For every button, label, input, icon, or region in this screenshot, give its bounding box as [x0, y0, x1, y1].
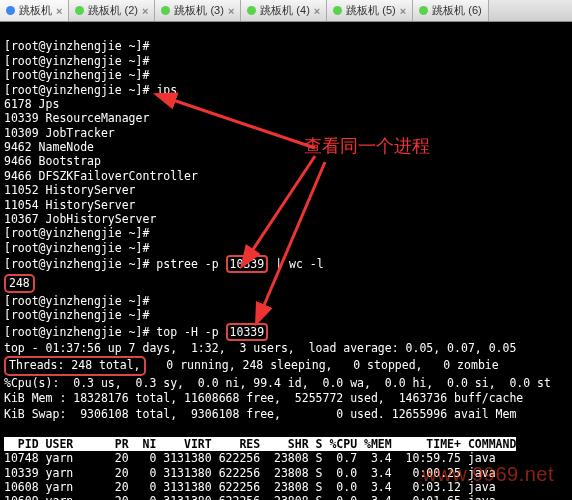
top-threads-rest: 0 running, 248 sleeping, 0 stopped, 0 zo…: [146, 358, 499, 372]
shell-prompt: [root@yinzhengjie ~]#: [4, 257, 149, 271]
close-icon[interactable]: ×: [56, 5, 62, 17]
tab-label: 跳板机 (2): [88, 3, 138, 18]
jps-line: 10309 JobTracker: [4, 126, 115, 140]
jps-line: 11054 HistoryServer: [4, 198, 136, 212]
tab-2[interactable]: 跳板机 (2) ×: [69, 0, 155, 21]
tab-label: 跳板机 (5): [346, 3, 396, 18]
status-dot-icon: [75, 6, 84, 15]
cmd-pstree-rest: | wc -l: [268, 257, 323, 271]
tab-label: 跳板机 (6): [432, 3, 482, 18]
shell-prompt: [root@yinzhengjie ~]#: [4, 68, 149, 82]
shell-prompt: [root@yinzhengjie ~]#: [4, 294, 149, 308]
top-swap: KiB Swap: 9306108 total, 9306108 free, 0…: [4, 407, 516, 421]
close-icon[interactable]: ×: [228, 5, 234, 17]
cmd-top: top -H -p: [156, 325, 225, 339]
cmd-jps: jps: [156, 83, 177, 97]
tab-1[interactable]: 跳板机 ×: [0, 0, 69, 21]
tab-bar: 跳板机 × 跳板机 (2) × 跳板机 (3) × 跳板机 (4) × 跳板机 …: [0, 0, 572, 22]
cmd-pstree: pstree -p: [156, 257, 225, 271]
top-table-header: PID USER PR NI VIRT RES SHR S %CPU %MEM …: [4, 437, 516, 451]
tab-label: 跳板机: [19, 3, 52, 18]
close-icon[interactable]: ×: [314, 5, 320, 17]
shell-prompt: [root@yinzhengjie ~]#: [4, 226, 149, 240]
terminal[interactable]: [root@yinzhengjie ~]# [root@yinzhengjie …: [0, 22, 572, 500]
top-line1: top - 01:37:56 up 7 days, 1:32, 3 users,…: [4, 341, 516, 355]
top-cpu: %Cpu(s): 0.3 us, 0.3 sy, 0.0 ni, 99.4 id…: [4, 376, 551, 390]
jps-line: 9462 NameNode: [4, 140, 94, 154]
shell-prompt: [root@yinzhengjie ~]#: [4, 241, 149, 255]
status-dot-icon: [333, 6, 342, 15]
shell-prompt: [root@yinzhengjie ~]#: [4, 308, 149, 322]
highlight-pid-pstree: 10339: [226, 255, 269, 273]
tab-3[interactable]: 跳板机 (3) ×: [155, 0, 241, 21]
highlight-thread-count: 248: [4, 274, 35, 292]
close-icon[interactable]: ×: [142, 5, 148, 17]
status-dot-icon: [247, 6, 256, 15]
shell-prompt: [root@yinzhengjie ~]#: [4, 325, 149, 339]
top-row: 10609 yarn 20 0 3131380 622256 23808 S 0…: [4, 494, 496, 500]
highlight-threads-total: Threads: 248 total,: [4, 356, 146, 376]
annotation-callout: 查看同一个进程: [304, 134, 430, 158]
tab-6[interactable]: 跳板机 (6): [413, 0, 489, 21]
jps-line: 6178 Jps: [4, 97, 59, 111]
jps-line: 10367 JobHistoryServer: [4, 212, 156, 226]
top-mem: KiB Mem : 18328176 total, 11608668 free,…: [4, 391, 523, 405]
highlight-pid-top: 10339: [226, 323, 269, 341]
jps-line: 11052 HistoryServer: [4, 183, 136, 197]
status-dot-icon: [419, 6, 428, 15]
jps-line: 9466 Bootstrap: [4, 154, 101, 168]
jps-line: 9466 DFSZKFailoverController: [4, 169, 198, 183]
tab-label: 跳板机 (3): [174, 3, 224, 18]
status-dot-icon: [161, 6, 170, 15]
watermark: www.9969.net: [422, 463, 554, 486]
tab-label: 跳板机 (4): [260, 3, 310, 18]
tab-5[interactable]: 跳板机 (5) ×: [327, 0, 413, 21]
close-icon[interactable]: ×: [400, 5, 406, 17]
shell-prompt: [root@yinzhengjie ~]#: [4, 83, 149, 97]
shell-prompt: [root@yinzhengjie ~]#: [4, 54, 149, 68]
jps-line: 10339 ResourceManager: [4, 111, 149, 125]
status-dot-icon: [6, 6, 15, 15]
shell-prompt: [root@yinzhengjie ~]#: [4, 39, 149, 53]
tab-4[interactable]: 跳板机 (4) ×: [241, 0, 327, 21]
